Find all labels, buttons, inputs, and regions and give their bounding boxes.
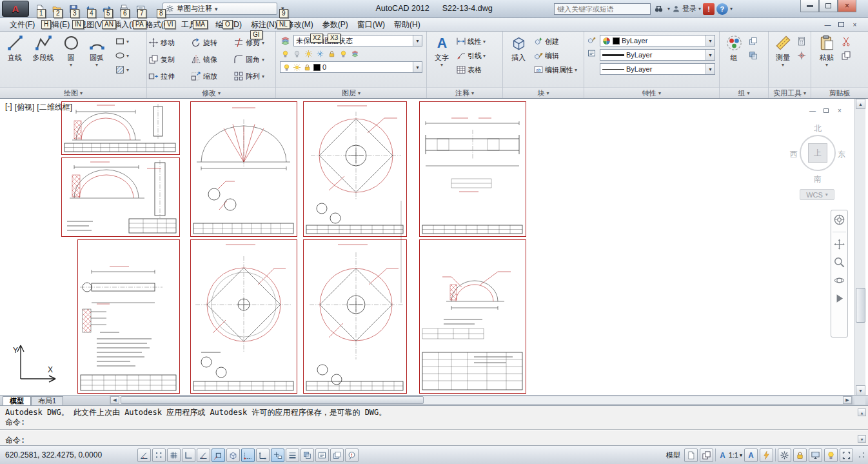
horizontal-scroll-thumb[interactable] <box>121 396 424 404</box>
scale-button[interactable]: 缩放 <box>190 68 232 85</box>
layers-panel-label[interactable]: 图层▾ <box>276 87 426 98</box>
annotation-scale-control[interactable]: 1:1 ▾ <box>718 450 742 460</box>
drawing-canvas[interactable] <box>0 99 854 396</box>
rotate-button[interactable]: 旋转 <box>190 34 232 51</box>
viewport-view-control[interactable]: [俯视] <box>15 102 35 113</box>
tab-layout1[interactable]: 布局1 <box>31 396 63 405</box>
dynamic-ucs-toggle[interactable] <box>256 449 270 462</box>
model-space-button[interactable]: 模型 <box>664 450 682 460</box>
linetype-combo[interactable]: ByLayer ▾ <box>600 63 715 75</box>
minimize-button[interactable] <box>800 0 819 12</box>
resize-grip[interactable] <box>858 451 865 459</box>
edit-attributes-button[interactable]: 编辑属性▾ <box>532 64 578 76</box>
layer-properties-icon[interactable] <box>280 35 291 46</box>
leader-button[interactable]: 引线▾ <box>455 50 487 61</box>
quick-properties-toggle[interactable] <box>315 449 329 462</box>
drawing-close-button[interactable]: × <box>834 106 845 115</box>
workspace-switching-button[interactable] <box>778 449 791 462</box>
quick-calc-button[interactable] <box>795 35 808 47</box>
viewcube-west[interactable]: 西 <box>790 149 798 160</box>
snap-mode-toggle[interactable] <box>152 449 166 462</box>
command-scroll-down[interactable]: ▼ <box>858 435 866 443</box>
horizontal-scrollbar[interactable]: ◀ ▶ <box>110 396 853 405</box>
stretch-button[interactable]: 拉伸 <box>147 68 190 85</box>
lineweight-toggle[interactable] <box>286 449 299 462</box>
draw-panel-label[interactable]: 绘图▾ <box>0 87 146 98</box>
doc-minimize-button[interactable]: — <box>822 20 833 29</box>
vertical-scroll-thumb[interactable] <box>856 288 865 323</box>
polar-tracking-toggle[interactable] <box>197 449 210 462</box>
viewport-minimize-control[interactable]: [-] <box>5 102 12 113</box>
scroll-left-button[interactable]: ◀ <box>110 396 119 404</box>
layer-freeze-icon[interactable] <box>316 50 324 58</box>
group-edit-button[interactable] <box>747 50 760 61</box>
object-color-combo[interactable]: ByLayer ▾ <box>600 35 715 46</box>
grid-display-toggle[interactable] <box>167 449 181 462</box>
command-input-line[interactable]: 命令: <box>0 430 868 446</box>
line-button[interactable]: 直线 <box>3 32 27 86</box>
workspace-switcher-dropdown[interactable]: 草图与注释 ▾ <box>163 3 277 15</box>
viewcube-south[interactable]: 南 <box>794 174 842 185</box>
modify-panel-label[interactable]: 修改▾ <box>147 87 275 98</box>
properties-panel-label[interactable]: 特性▾ <box>584 87 719 98</box>
auto-annotation-scale-button[interactable] <box>760 449 773 462</box>
mirror-button[interactable]: 镜像 <box>190 51 232 68</box>
measure-button[interactable]: 测量▾ <box>771 32 795 86</box>
search-options-caret[interactable]: ▾ <box>667 6 670 12</box>
isolate-objects-button[interactable] <box>824 449 838 462</box>
sign-in-button[interactable]: 登录 ▾ <box>672 4 701 14</box>
ortho-mode-toggle[interactable] <box>182 449 195 462</box>
match-properties-icon[interactable] <box>587 35 597 45</box>
layer-off-icon[interactable] <box>293 50 301 58</box>
move-button[interactable]: 移动 <box>147 34 190 51</box>
application-menu-button[interactable]: A <box>2 1 29 17</box>
circle-button[interactable]: 圆▾ <box>59 32 83 86</box>
orbit-icon[interactable] <box>833 274 845 287</box>
rectangle-button[interactable]: ▾ <box>113 35 130 47</box>
ellipse-button[interactable]: ▾ <box>113 50 130 61</box>
viewcube-east[interactable]: 东 <box>838 149 845 160</box>
showmotion-icon[interactable] <box>833 292 845 305</box>
selection-cycling-toggle[interactable] <box>330 449 344 462</box>
search-button[interactable] <box>653 3 666 15</box>
layer-combo[interactable]: 0 ▾ <box>280 61 422 73</box>
linear-dimension-button[interactable]: 线性▾ <box>455 35 487 47</box>
polyline-button[interactable]: 多段线 <box>28 32 58 86</box>
command-scroll-up[interactable]: ▲ <box>858 409 866 416</box>
infer-constraints-toggle[interactable] <box>137 449 151 462</box>
groups-panel-label[interactable]: 组▾ <box>720 87 768 98</box>
drawing-minimize-button[interactable]: — <box>807 106 818 115</box>
hardware-acceleration-button[interactable] <box>809 449 822 462</box>
annotation-monitor-toggle[interactable] <box>345 449 359 462</box>
transparency-toggle[interactable] <box>301 449 314 462</box>
scroll-down-button[interactable]: ▼ <box>856 385 865 396</box>
viewcube[interactable]: 北 上 西 东 南 <box>794 123 842 188</box>
annotation-visibility-button[interactable] <box>744 449 758 462</box>
viewcube-north[interactable]: 北 <box>794 123 842 134</box>
layer-on-icon[interactable] <box>281 50 290 58</box>
coordinates-readout[interactable]: 620.2581, 322.4275, 0.0000 <box>5 450 134 459</box>
clean-screen-button[interactable] <box>840 449 853 462</box>
paste-button[interactable]: 粘贴▾ <box>814 32 840 86</box>
help-caret[interactable]: ▾ <box>730 6 733 12</box>
menu-window[interactable]: 窗口(W) <box>353 19 390 31</box>
clipboard-panel-label[interactable]: 剪贴板 <box>811 87 868 98</box>
hatch-button[interactable]: ▾ <box>113 64 130 76</box>
tab-model[interactable]: 模型 <box>3 396 31 405</box>
table-button[interactable]: 表格 <box>455 64 487 76</box>
command-line-area[interactable]: Autodesk DWG。 此文件上次由 Autodesk 应用程序或 Auto… <box>0 405 868 445</box>
search-input[interactable] <box>554 3 651 15</box>
id-point-button[interactable] <box>795 50 808 61</box>
quick-view-drawings-button[interactable] <box>700 449 713 462</box>
ungroup-button[interactable] <box>747 35 760 47</box>
utilities-panel-label[interactable]: 实用工具▾ <box>769 87 811 98</box>
cut-button[interactable] <box>840 35 853 47</box>
scroll-up-button[interactable]: ▲ <box>856 99 865 109</box>
annotate-panel-label[interactable]: 注释▾ <box>427 87 502 98</box>
steering-wheel-icon[interactable] <box>833 214 845 226</box>
fillet-button[interactable]: 圆角▾ <box>232 51 275 68</box>
insert-block-button[interactable]: 插入 <box>505 32 532 86</box>
layer-match-icon[interactable] <box>351 50 359 58</box>
quick-view-layouts-button[interactable] <box>684 449 698 462</box>
exchange-apps-button[interactable]: ! <box>703 3 715 15</box>
